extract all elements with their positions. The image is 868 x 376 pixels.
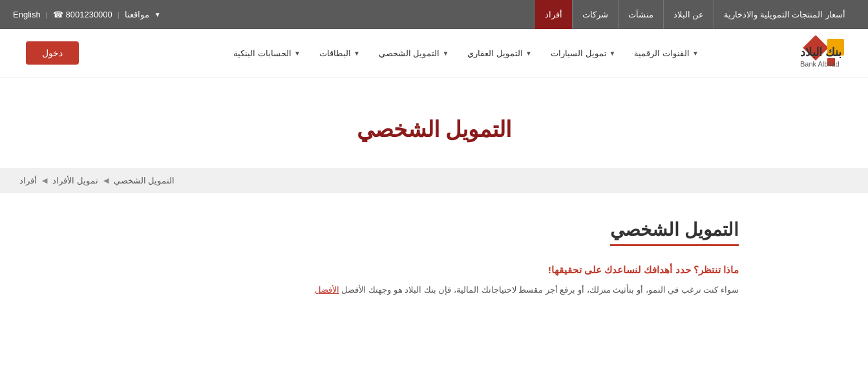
nav-bank-accounts[interactable]: ▼ الحسابات البنكية xyxy=(226,43,308,63)
svg-text:بنك البلاد: بنك البلاد xyxy=(800,46,842,59)
nav-cards[interactable]: ▼ البطاقات xyxy=(312,43,368,63)
chevron-cards: ▼ xyxy=(354,50,360,57)
breadcrumb-bar: التمويل الشخصي ◀ تمويل الأفراد ◀ أفراد xyxy=(0,168,868,193)
chevron-digital: ▼ xyxy=(692,50,699,57)
subtitle: ماذا تنتظر؟ حدد أهدافك لنساعدك على تحقيق… xyxy=(129,264,739,276)
nav-car-finance[interactable]: ▼ تمويل السيارات xyxy=(543,43,624,63)
hero-title: التمويل الشخصي xyxy=(13,116,855,142)
breadcrumb-sep-1: ◀ xyxy=(42,176,47,185)
top-nav-products[interactable]: أسعار المنتجات التمويلية والادخارية xyxy=(714,0,855,29)
top-nav-munashaat[interactable]: منشآت xyxy=(619,0,664,29)
chevron-accounts: ▼ xyxy=(294,50,301,57)
logo-area: بنك البلاد Bank Albilad xyxy=(706,36,849,71)
svg-text:Bank Albilad: Bank Albilad xyxy=(800,60,840,68)
english-link[interactable]: English xyxy=(13,10,41,19)
top-bar-left: English | ☎ 8001230000 | مواقعنا ▼ xyxy=(13,10,161,19)
phone-text: 8001230000 xyxy=(66,10,112,19)
phone-icon: ☎ xyxy=(53,10,63,19)
chevron-car: ▼ xyxy=(609,50,616,57)
nav-personal-finance[interactable]: ▼ التمويل الشخصي xyxy=(371,43,457,63)
top-separator-2: | xyxy=(118,11,120,19)
top-separator-1: | xyxy=(46,11,48,19)
top-nav-sharekaat[interactable]: شركات xyxy=(573,0,619,29)
breadcrumb-sep-2: ◀ xyxy=(103,176,109,185)
top-nav-afrad[interactable]: أفراد xyxy=(535,0,573,29)
main-nav: بنك البلاد Bank Albilad ▼ القنوات الرقمي… xyxy=(0,29,868,78)
nav-real-estate[interactable]: ▼ التمويل العقاري xyxy=(460,43,540,63)
section-title: التمويل الشخصي xyxy=(610,219,739,246)
mawaqeaa-link[interactable]: مواقعنا xyxy=(125,10,149,19)
phone-number[interactable]: ☎ 8001230000 xyxy=(53,10,112,19)
main-nav-links: ▼ القنوات الرقمية ▼ تمويل السيارات ▼ الت… xyxy=(226,43,706,63)
mawaqeaa-chevron: ▼ xyxy=(154,11,161,18)
bank-logo: بنك البلاد Bank Albilad xyxy=(706,36,849,71)
login-button[interactable]: دخول xyxy=(26,41,79,65)
chevron-real-estate: ▼ xyxy=(525,50,532,57)
breadcrumb-personal-finance: التمويل الشخصي xyxy=(114,176,175,185)
breadcrumb-afrad-finance[interactable]: تمويل الأفراد xyxy=(52,176,98,185)
top-bar: English | ☎ 8001230000 | مواقعنا ▼ أسعار… xyxy=(0,0,868,29)
chevron-personal: ▼ xyxy=(443,50,449,57)
breadcrumb-afrad[interactable]: أفراد xyxy=(19,176,37,185)
top-nav-links: أسعار المنتجات التمويلية والادخارية عن ا… xyxy=(535,0,855,29)
description-link[interactable]: الأفضل xyxy=(315,285,339,295)
nav-digital-channels[interactable]: ▼ القنوات الرقمية xyxy=(626,43,706,63)
hero-section: التمويل الشخصي xyxy=(0,78,868,168)
description-text: سواء كنت ترغب في النمو، أو بتأثيث منزلك،… xyxy=(129,282,739,297)
content-section: التمويل الشخصي ماذا تنتظر؟ حدد أهدافك لن… xyxy=(0,193,868,323)
top-nav-about[interactable]: عن البلاد xyxy=(664,0,715,29)
